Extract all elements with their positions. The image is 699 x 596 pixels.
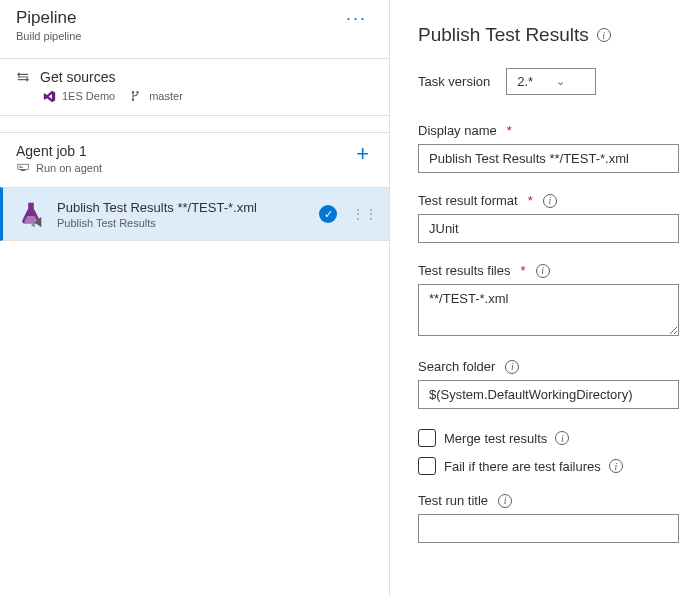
branch-icon: [129, 89, 143, 103]
agent-job-title: Agent job 1: [16, 143, 102, 159]
test-results-files-label: Test results files: [418, 263, 510, 278]
add-task-button[interactable]: +: [352, 143, 373, 165]
chevron-down-icon: ⌄: [556, 75, 565, 88]
svg-rect-2: [19, 167, 23, 168]
pipeline-more-button[interactable]: ···: [340, 8, 373, 29]
search-folder-label: Search folder: [418, 359, 495, 374]
merge-results-checkbox[interactable]: [418, 429, 436, 447]
vs-icon: [42, 89, 56, 103]
branch-name: master: [149, 90, 183, 102]
task-publish-test-results[interactable]: Publish Test Results **/TEST-*.xml Publi…: [0, 187, 389, 241]
get-sources-title: Get sources: [40, 69, 115, 85]
merge-results-label: Merge test results: [444, 431, 547, 446]
agent-job-section[interactable]: Agent job 1 Run on agent +: [0, 132, 389, 187]
fail-label: Fail if there are test failures: [444, 459, 601, 474]
task-version-value: 2.*: [517, 74, 533, 89]
task-details-panel: Publish Test Results i Task version 2.* …: [390, 0, 699, 596]
info-icon[interactable]: i: [505, 360, 519, 374]
test-run-title-input[interactable]: [418, 514, 679, 543]
info-icon[interactable]: i: [536, 264, 550, 278]
task-version-label: Task version: [418, 74, 490, 89]
test-run-title-label: Test run title: [418, 493, 488, 508]
agent-icon: [16, 161, 30, 175]
beaker-icon: [15, 198, 47, 230]
get-sources-section[interactable]: Get sources 1ES Demo master: [0, 58, 389, 116]
info-icon[interactable]: i: [498, 494, 512, 508]
test-result-format-input[interactable]: [418, 214, 679, 243]
panel-title: Publish Test Results: [418, 24, 589, 46]
task-subtitle: Publish Test Results: [57, 217, 309, 229]
info-icon[interactable]: i: [543, 194, 557, 208]
display-name-label: Display name: [418, 123, 497, 138]
info-icon[interactable]: i: [555, 431, 569, 445]
test-result-format-label: Test result format: [418, 193, 518, 208]
agent-job-subtitle: Run on agent: [36, 162, 102, 174]
svg-rect-3: [21, 170, 26, 172]
svg-rect-1: [19, 166, 21, 167]
search-folder-input[interactable]: [418, 380, 679, 409]
pipeline-subtitle: Build pipeline: [16, 30, 81, 42]
task-title: Publish Test Results **/TEST-*.xml: [57, 200, 309, 215]
task-version-select[interactable]: 2.* ⌄: [506, 68, 596, 95]
pipeline-panel: Pipeline Build pipeline ··· Get sources …: [0, 0, 390, 596]
info-icon[interactable]: i: [609, 459, 623, 473]
repo-name: 1ES Demo: [62, 90, 115, 102]
svg-rect-0: [18, 164, 29, 169]
pipeline-title: Pipeline: [16, 8, 81, 28]
fail-checkbox[interactable]: [418, 457, 436, 475]
drag-handle[interactable]: [347, 208, 381, 220]
sources-icon: [16, 70, 30, 84]
display-name-input[interactable]: [418, 144, 679, 173]
test-results-files-input[interactable]: [418, 284, 679, 336]
info-icon[interactable]: i: [597, 28, 611, 42]
pipeline-header: Pipeline Build pipeline ···: [0, 8, 389, 54]
check-icon: ✓: [319, 205, 337, 223]
